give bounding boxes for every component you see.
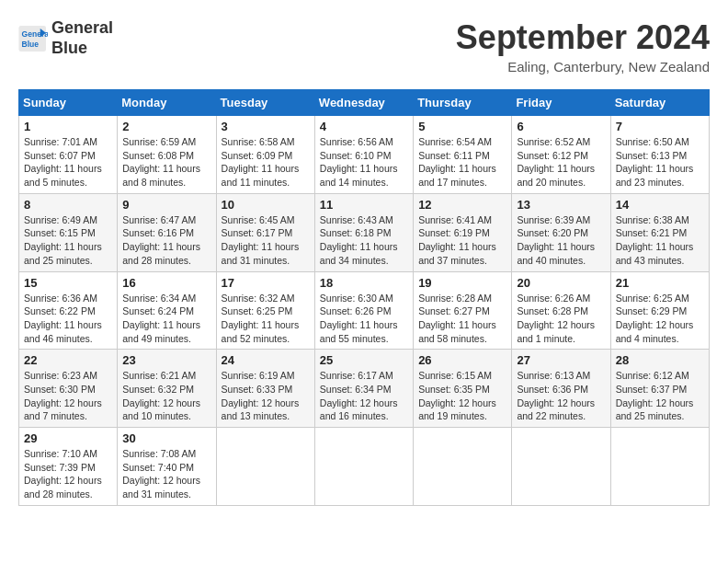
calendar-cell: 3Sunrise: 6:58 AM Sunset: 6:09 PM Daylig… — [216, 116, 314, 194]
day-info: Sunrise: 6:49 AM Sunset: 6:15 PM Dayligh… — [24, 213, 112, 268]
day-number: 17 — [222, 276, 310, 290]
day-number: 19 — [418, 276, 506, 290]
calendar-week-row: 8Sunrise: 6:49 AM Sunset: 6:15 PM Daylig… — [19, 193, 710, 271]
column-header-friday: Friday — [512, 90, 610, 116]
day-number: 18 — [320, 276, 408, 290]
calendar-week-row: 1Sunrise: 7:01 AM Sunset: 6:07 PM Daylig… — [19, 116, 710, 194]
day-number: 12 — [418, 198, 506, 212]
logo-text-line1: General — [51, 18, 113, 39]
day-info: Sunrise: 6:39 AM Sunset: 6:20 PM Dayligh… — [517, 213, 605, 268]
day-info: Sunrise: 6:36 AM Sunset: 6:22 PM Dayligh… — [24, 292, 112, 346]
logo-icon: General Blue — [18, 26, 48, 52]
day-info: Sunrise: 6:50 AM Sunset: 6:13 PM Dayligh… — [616, 135, 704, 190]
day-info: Sunrise: 6:38 AM Sunset: 6:21 PM Dayligh… — [616, 213, 704, 268]
day-info: Sunrise: 6:47 AM Sunset: 6:16 PM Dayligh… — [122, 213, 210, 268]
day-number: 1 — [24, 120, 112, 133]
day-number: 4 — [320, 120, 408, 133]
day-info: Sunrise: 6:26 AM Sunset: 6:28 PM Dayligh… — [517, 292, 605, 346]
svg-text:Blue: Blue — [22, 40, 40, 49]
day-number: 8 — [24, 198, 112, 212]
day-info: Sunrise: 6:45 AM Sunset: 6:17 PM Dayligh… — [222, 213, 310, 268]
calendar-cell: 4Sunrise: 6:56 AM Sunset: 6:10 PM Daylig… — [314, 116, 413, 194]
day-info: Sunrise: 6:30 AM Sunset: 6:26 PM Dayligh… — [320, 292, 408, 346]
column-header-tuesday: Tuesday — [216, 90, 314, 116]
day-info: Sunrise: 6:54 AM Sunset: 6:11 PM Dayligh… — [418, 135, 506, 190]
day-number: 13 — [517, 198, 605, 212]
day-number: 16 — [122, 276, 210, 290]
day-info: Sunrise: 7:10 AM Sunset: 7:39 PM Dayligh… — [24, 447, 112, 501]
calendar-cell: 17Sunrise: 6:32 AM Sunset: 6:25 PM Dayli… — [216, 271, 314, 350]
calendar-cell: 25Sunrise: 6:17 AM Sunset: 6:34 PM Dayli… — [314, 350, 413, 428]
day-info: Sunrise: 7:08 AM Sunset: 7:40 PM Dayligh… — [122, 447, 210, 501]
day-number: 23 — [122, 353, 210, 367]
day-info: Sunrise: 6:25 AM Sunset: 6:29 PM Dayligh… — [616, 292, 704, 346]
day-info: Sunrise: 6:28 AM Sunset: 6:27 PM Dayligh… — [418, 292, 506, 346]
calendar-cell: 12Sunrise: 6:41 AM Sunset: 6:19 PM Dayli… — [414, 193, 512, 271]
calendar-week-row: 22Sunrise: 6:23 AM Sunset: 6:30 PM Dayli… — [19, 350, 710, 428]
column-header-thursday: Thursday — [414, 90, 512, 116]
day-info: Sunrise: 6:21 AM Sunset: 6:32 PM Dayligh… — [122, 369, 210, 423]
calendar-cell: 18Sunrise: 6:30 AM Sunset: 6:26 PM Dayli… — [314, 271, 413, 350]
day-number: 20 — [517, 276, 605, 290]
calendar-cell: 21Sunrise: 6:25 AM Sunset: 6:29 PM Dayli… — [610, 271, 709, 350]
month-title: September 2024 — [456, 18, 710, 57]
column-header-sunday: Sunday — [19, 90, 118, 116]
day-info: Sunrise: 6:12 AM Sunset: 6:37 PM Dayligh… — [616, 369, 704, 423]
day-info: Sunrise: 6:34 AM Sunset: 6:24 PM Dayligh… — [122, 292, 210, 346]
calendar-cell — [314, 428, 413, 506]
day-number: 3 — [222, 120, 310, 133]
calendar-cell: 5Sunrise: 6:54 AM Sunset: 6:11 PM Daylig… — [414, 116, 512, 194]
calendar-cell: 16Sunrise: 6:34 AM Sunset: 6:24 PM Dayli… — [118, 271, 216, 350]
day-info: Sunrise: 6:19 AM Sunset: 6:33 PM Dayligh… — [222, 369, 310, 423]
day-number: 6 — [517, 120, 605, 133]
day-info: Sunrise: 6:23 AM Sunset: 6:30 PM Dayligh… — [24, 369, 112, 423]
column-header-saturday: Saturday — [610, 90, 709, 116]
calendar-cell: 11Sunrise: 6:43 AM Sunset: 6:18 PM Dayli… — [314, 193, 413, 271]
day-info: Sunrise: 6:59 AM Sunset: 6:08 PM Dayligh… — [122, 135, 210, 190]
day-number: 26 — [418, 353, 506, 367]
day-number: 14 — [616, 198, 704, 212]
location-text: Ealing, Canterbury, New Zealand — [456, 59, 710, 75]
day-info: Sunrise: 6:15 AM Sunset: 6:35 PM Dayligh… — [418, 369, 506, 423]
day-info: Sunrise: 6:13 AM Sunset: 6:36 PM Dayligh… — [517, 369, 605, 423]
calendar-cell: 6Sunrise: 6:52 AM Sunset: 6:12 PM Daylig… — [512, 116, 610, 194]
day-number: 10 — [222, 198, 310, 212]
day-info: Sunrise: 6:52 AM Sunset: 6:12 PM Dayligh… — [517, 135, 605, 190]
calendar-week-row: 29Sunrise: 7:10 AM Sunset: 7:39 PM Dayli… — [19, 428, 710, 506]
calendar-cell: 24Sunrise: 6:19 AM Sunset: 6:33 PM Dayli… — [216, 350, 314, 428]
calendar-cell: 1Sunrise: 7:01 AM Sunset: 6:07 PM Daylig… — [19, 116, 118, 194]
calendar-cell — [610, 428, 709, 506]
day-number: 24 — [222, 353, 310, 367]
day-number: 21 — [616, 276, 704, 290]
calendar-cell: 10Sunrise: 6:45 AM Sunset: 6:17 PM Dayli… — [216, 193, 314, 271]
calendar-cell: 19Sunrise: 6:28 AM Sunset: 6:27 PM Dayli… — [414, 271, 512, 350]
calendar-cell: 20Sunrise: 6:26 AM Sunset: 6:28 PM Dayli… — [512, 271, 610, 350]
calendar-cell: 8Sunrise: 6:49 AM Sunset: 6:15 PM Daylig… — [19, 193, 118, 271]
day-number: 30 — [122, 431, 210, 445]
day-info: Sunrise: 6:32 AM Sunset: 6:25 PM Dayligh… — [222, 292, 310, 346]
title-block: September 2024 Ealing, Canterbury, New Z… — [456, 18, 710, 75]
calendar-cell: 7Sunrise: 6:50 AM Sunset: 6:13 PM Daylig… — [610, 116, 709, 194]
calendar-cell: 9Sunrise: 6:47 AM Sunset: 6:16 PM Daylig… — [118, 193, 216, 271]
day-number: 28 — [616, 353, 704, 367]
column-header-monday: Monday — [118, 90, 216, 116]
calendar-table: SundayMondayTuesdayWednesdayThursdayFrid… — [18, 89, 710, 506]
day-info: Sunrise: 6:17 AM Sunset: 6:34 PM Dayligh… — [320, 369, 408, 423]
calendar-cell: 15Sunrise: 6:36 AM Sunset: 6:22 PM Dayli… — [19, 271, 118, 350]
page-header: General Blue General Blue September 2024… — [18, 18, 710, 75]
calendar-cell: 30Sunrise: 7:08 AM Sunset: 7:40 PM Dayli… — [118, 428, 216, 506]
day-number: 11 — [320, 198, 408, 212]
calendar-cell: 22Sunrise: 6:23 AM Sunset: 6:30 PM Dayli… — [19, 350, 118, 428]
day-number: 22 — [24, 353, 112, 367]
logo: General Blue General Blue — [18, 18, 113, 58]
calendar-cell: 29Sunrise: 7:10 AM Sunset: 7:39 PM Dayli… — [19, 428, 118, 506]
calendar-cell — [512, 428, 610, 506]
day-info: Sunrise: 6:41 AM Sunset: 6:19 PM Dayligh… — [418, 213, 506, 268]
day-info: Sunrise: 7:01 AM Sunset: 6:07 PM Dayligh… — [24, 135, 112, 190]
calendar-cell — [414, 428, 512, 506]
day-info: Sunrise: 6:43 AM Sunset: 6:18 PM Dayligh… — [320, 213, 408, 268]
day-number: 7 — [616, 120, 704, 133]
calendar-cell: 27Sunrise: 6:13 AM Sunset: 6:36 PM Dayli… — [512, 350, 610, 428]
logo-text-line2: Blue — [51, 39, 113, 59]
calendar-cell: 2Sunrise: 6:59 AM Sunset: 6:08 PM Daylig… — [118, 116, 216, 194]
